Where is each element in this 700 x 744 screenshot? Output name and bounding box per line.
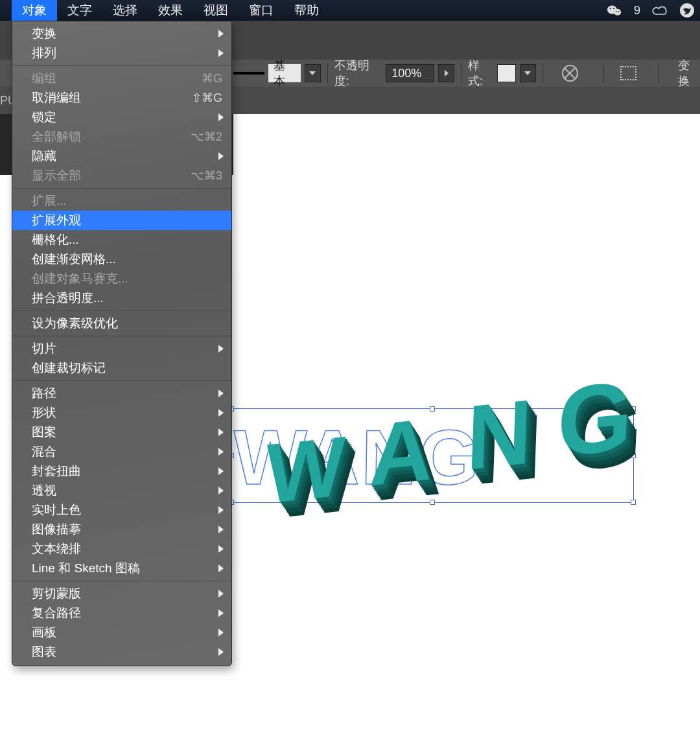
menu-object[interactable]: 对象 — [12, 0, 57, 21]
menu-item[interactable]: 变换 — [12, 24, 231, 43]
menu-separator — [12, 188, 231, 189]
menu-item[interactable]: 复合路径 — [12, 603, 231, 623]
menu-separator — [12, 581, 231, 581]
style-dropdown[interactable] — [520, 64, 536, 82]
menu-item-label: 封套扭曲 — [32, 463, 222, 480]
menu-item[interactable]: 封套扭曲 — [12, 461, 231, 481]
menu-item[interactable]: 画板 — [12, 623, 231, 642]
menu-item[interactable]: 设为像素级优化 — [12, 314, 231, 333]
menu-item: 编组⌘G — [12, 69, 231, 88]
svg-point-2 — [609, 8, 611, 9]
opacity-stepper[interactable] — [438, 64, 454, 82]
menu-item[interactable]: 文本绕排 — [12, 539, 231, 559]
extruded-char: N — [465, 378, 533, 491]
menu-item-label: 扩展外观 — [32, 212, 222, 229]
menu-item: 创建对象马赛克... — [12, 269, 231, 288]
menu-separator — [12, 65, 231, 66]
menu-item-label: 取消编组 — [32, 89, 192, 106]
menu-item-label: 图像描摹 — [32, 521, 222, 538]
submenu-arrow-icon — [218, 30, 224, 38]
submenu-arrow-icon — [218, 389, 224, 397]
style-swatch[interactable] — [497, 64, 516, 82]
menu-item-shortcut: ⇧⌘G — [192, 91, 222, 105]
menu-item-label: 栅格化... — [32, 231, 222, 248]
menu-item[interactable]: 图表 — [12, 642, 231, 662]
menu-item[interactable]: 取消编组⇧⌘G — [12, 88, 231, 108]
submenu-arrow-icon — [218, 648, 224, 656]
menu-item[interactable]: 形状 — [12, 403, 231, 423]
submenu-arrow-icon — [218, 113, 224, 121]
stroke-preset[interactable]: 基本 — [268, 64, 301, 82]
menu-item[interactable]: 锁定 — [12, 108, 231, 127]
stroke-preset-dropdown[interactable] — [305, 64, 321, 82]
menu-item-label: 图表 — [32, 644, 222, 660]
menu-item[interactable]: 混合 — [12, 442, 231, 461]
menu-item: 显示全部⌥⌘3 — [12, 166, 231, 185]
menu-item-label: 路径 — [32, 385, 222, 402]
menu-item[interactable]: 图像描摹 — [12, 520, 231, 539]
menu-item[interactable]: 剪切蒙版 — [12, 584, 231, 603]
menu-item[interactable]: 栅格化... — [12, 230, 231, 250]
menu-item[interactable]: 创建裁切标记 — [12, 358, 231, 378]
menubar: 对象 文字 选择 效果 视图 窗口 帮助 9 — [0, 0, 700, 21]
menu-item-label: 画板 — [32, 624, 222, 641]
menu-item[interactable]: 拼合透明度... — [12, 288, 231, 308]
menu-window[interactable]: 窗口 — [239, 0, 284, 21]
submenu-arrow-icon — [218, 526, 224, 533]
opacity-value[interactable]: 100% — [386, 64, 434, 82]
menu-item-label: 剪切蒙版 — [32, 585, 222, 602]
recolor-icon[interactable] — [562, 65, 578, 82]
extruded-char: A — [368, 398, 434, 506]
menu-item-label: 创建渐变网格... — [32, 251, 222, 268]
object-menu: 变换排列编组⌘G取消编组⇧⌘G锁定全部解锁⌥⌘2隐藏显示全部⌥⌘3扩展...扩展… — [12, 21, 232, 666]
menu-item[interactable]: 排列 — [12, 43, 231, 63]
menu-item-label: 实时上色 — [32, 502, 222, 518]
menu-item-label: 全部解锁 — [32, 128, 191, 145]
menu-item[interactable]: 透视 — [12, 481, 231, 500]
submenu-arrow-icon — [218, 487, 224, 494]
menu-select[interactable]: 选择 — [102, 0, 148, 21]
submenu-arrow-icon — [218, 409, 224, 417]
submenu-arrow-icon — [218, 564, 224, 572]
menu-item-label: 混合 — [32, 443, 222, 460]
menu-item-label: 形状 — [32, 404, 222, 421]
menu-item[interactable]: 路径 — [12, 384, 231, 403]
menu-item[interactable]: 扩展外观 — [12, 211, 231, 230]
menu-text[interactable]: 文字 — [57, 0, 102, 21]
menu-item-label: 排列 — [32, 45, 222, 62]
wechat-icon[interactable] — [607, 3, 622, 18]
menu-item[interactable]: Line 和 Sketch 图稿 — [12, 559, 231, 578]
menu-separator — [12, 336, 231, 336]
menu-item[interactable]: 创建渐变网格... — [12, 250, 231, 269]
style-label: 样式: — [468, 58, 493, 89]
menu-item-label: 创建裁切标记 — [32, 360, 222, 377]
menu-item[interactable]: 切片 — [12, 339, 231, 358]
transform-button[interactable]: 变换 — [678, 58, 700, 89]
menu-item-label: 扩展... — [32, 192, 222, 209]
submenu-arrow-icon — [218, 629, 224, 636]
bird-icon[interactable] — [679, 3, 695, 18]
stroke-preview[interactable] — [233, 72, 264, 75]
bounds-icon[interactable] — [620, 66, 636, 80]
menu-item[interactable]: 实时上色 — [12, 500, 231, 520]
menu-item-shortcut: ⌥⌘2 — [191, 130, 222, 144]
submenu-arrow-icon — [218, 609, 224, 617]
menu-item: 全部解锁⌥⌘2 — [12, 127, 231, 146]
creative-cloud-icon[interactable] — [652, 3, 668, 18]
extruded-text[interactable]: WANG — [259, 382, 661, 538]
wechat-badge: 9 — [634, 4, 640, 17]
menu-help[interactable]: 帮助 — [284, 0, 329, 21]
submenu-arrow-icon — [218, 152, 224, 160]
menu-item-label: 锁定 — [32, 109, 222, 126]
menu-item-label: 复合路径 — [32, 605, 222, 622]
menu-item[interactable]: 图案 — [12, 423, 231, 442]
menu-item-label: 变换 — [32, 25, 222, 42]
submenu-arrow-icon — [218, 345, 224, 353]
menu-item-label: 拼合透明度... — [32, 290, 222, 307]
menu-item[interactable]: 隐藏 — [12, 146, 231, 166]
menu-effect[interactable]: 效果 — [148, 0, 193, 21]
menu-item-label: 图案 — [32, 424, 222, 441]
menu-item-label: 透视 — [32, 482, 222, 499]
svg-point-5 — [618, 11, 620, 12]
menu-view[interactable]: 视图 — [193, 0, 239, 21]
